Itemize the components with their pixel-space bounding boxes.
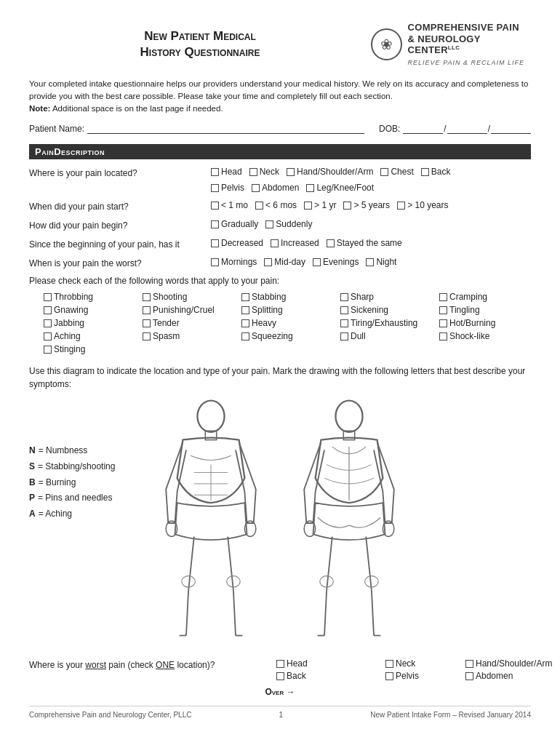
location-hand-shoulder-arm[interactable]: Hand/Shoulder/Arm	[287, 167, 373, 177]
cb-chest[interactable]	[380, 168, 388, 176]
location-head[interactable]: Head	[211, 167, 242, 177]
patient-info-row: Patient Name: DOB: / /	[29, 122, 531, 134]
word-gnawing[interactable]: Gnawing	[44, 305, 135, 315]
diagram-intro: Use this diagram to indicate the locatio…	[29, 364, 531, 391]
worst-back[interactable]: Back	[276, 671, 378, 681]
pain-location-label: Where is your pain located?	[29, 167, 204, 178]
footer-center: 1	[279, 711, 284, 719]
word-splitting[interactable]: Splitting	[241, 305, 333, 315]
time-mornings[interactable]: Mornings	[211, 257, 257, 267]
pain-location-row: Where is your pain located? Head Neck Ha…	[29, 167, 531, 193]
cb-pelvis[interactable]	[211, 184, 219, 192]
cb-back[interactable]	[421, 168, 429, 176]
word-stinging[interactable]: Stinging	[44, 344, 135, 354]
dob-day[interactable]	[447, 122, 487, 134]
pain-begin-row: How did your pain begin? Gradually Sudde…	[29, 219, 531, 231]
word-sickening[interactable]: Sickening	[340, 305, 432, 315]
time-night[interactable]: Night	[366, 257, 396, 267]
time-midday[interactable]: Mid-day	[264, 257, 305, 267]
time-evenings[interactable]: Evenings	[313, 257, 359, 267]
change-increased[interactable]: Increased	[271, 238, 319, 248]
patient-name-input[interactable]	[87, 122, 364, 134]
start-6mos[interactable]: < 6 mos	[255, 200, 297, 210]
word-hot-burning[interactable]: Hot/Burning	[439, 318, 531, 328]
footer: Comprehensive Pain and Neurology Center,…	[29, 706, 531, 719]
location-leg-knee-foot[interactable]: Leg/Knee/Foot	[306, 183, 374, 193]
pain-worst-time-options: Mornings Mid-day Evenings Night	[211, 257, 531, 267]
intro-paragraph: Your completed intake questionnaire help…	[29, 78, 531, 116]
footer-right: New Patient Intake Form – Revised Januar…	[370, 711, 531, 719]
word-tingling[interactable]: Tingling	[439, 305, 531, 315]
over-arrow: Over →	[29, 687, 531, 697]
start-1yr[interactable]: > 1 yr	[304, 200, 336, 210]
diagram-container: N = Numbness S = Stabbing/shooting B = B…	[29, 399, 531, 647]
start-10yr[interactable]: > 10 years	[397, 200, 448, 210]
pain-change-options: Decreased Increased Stayed the same	[211, 238, 531, 248]
worst-pain-row: Where is your worst pain (check ONE loca…	[29, 658, 531, 681]
word-punishing[interactable]: Punishing/Cruel	[143, 305, 234, 315]
word-tiring[interactable]: Tiring/Exhausting	[340, 318, 432, 328]
word-throbbing[interactable]: Throbbing	[44, 292, 135, 302]
pain-words-intro: Please check each of the following words…	[29, 276, 531, 286]
pain-change-row: Since the beginning of your pain, has it…	[29, 238, 531, 250]
begin-suddenly[interactable]: Suddenly	[265, 219, 312, 229]
logo-text: Comprehensive Pain & Neurology CenterLLC…	[408, 22, 531, 68]
dob-year[interactable]	[491, 122, 531, 134]
word-aching[interactable]: Aching	[44, 331, 135, 341]
word-squeezing[interactable]: Squeezing	[241, 331, 333, 341]
body-back-figure	[291, 399, 407, 647]
logo-icon: ❀	[371, 28, 402, 60]
header: New Patient Medical History Questionnair…	[29, 22, 531, 68]
word-stabbing[interactable]: Stabbing	[241, 292, 333, 302]
body-front-svg	[153, 399, 269, 647]
word-heavy[interactable]: Heavy	[241, 318, 333, 328]
dob-field: DOB: / /	[379, 122, 531, 134]
change-decreased[interactable]: Decreased	[211, 238, 263, 248]
word-cramping[interactable]: Cramping	[439, 292, 531, 302]
form-title: New Patient Medical History Questionnair…	[29, 28, 371, 60]
logo-block: ❀ Comprehensive Pain & Neurology CenterL…	[371, 22, 531, 68]
location-chest[interactable]: Chest	[380, 167, 413, 177]
change-stayed[interactable]: Stayed the same	[327, 238, 402, 248]
word-spasm[interactable]: Spasm	[143, 331, 234, 341]
cb-hand[interactable]	[287, 168, 295, 176]
cb-neck[interactable]	[249, 168, 257, 176]
pain-words-col3: Stabbing Splitting Heavy Squeezing	[241, 292, 333, 354]
word-shooting[interactable]: Shooting	[143, 292, 234, 302]
location-neck[interactable]: Neck	[249, 167, 279, 177]
worst-head[interactable]: Head	[276, 658, 378, 669]
worst-pain-question-label: Where is your worst pain (check ONE loca…	[29, 658, 262, 670]
worst-pelvis[interactable]: Pelvis	[385, 671, 458, 681]
body-back-svg	[291, 399, 407, 647]
pain-change-label: Since the beginning of your pain, has it	[29, 238, 204, 250]
pain-words-col1: Throbbing Gnawing Jabbing Aching Stingin…	[44, 292, 135, 354]
location-back[interactable]: Back	[421, 167, 451, 177]
section-pain-description-header: PainDescription	[29, 144, 531, 159]
location-abdomen[interactable]: Abdomen	[252, 183, 299, 193]
worst-hand-shoulder-arm[interactable]: Hand/Shoulder/Arm	[465, 658, 560, 669]
dob-parts: / /	[403, 122, 531, 134]
begin-gradually[interactable]: Gradually	[211, 219, 258, 229]
svg-point-0	[197, 401, 224, 432]
pain-words-col4: Sharp Sickening Tiring/Exhausting Dull	[340, 292, 432, 354]
word-dull[interactable]: Dull	[340, 331, 432, 341]
word-tender[interactable]: Tender	[143, 318, 234, 328]
worst-neck[interactable]: Neck	[385, 658, 458, 669]
cb-leg[interactable]	[306, 184, 314, 192]
location-pelvis[interactable]: Pelvis	[211, 183, 244, 193]
patient-name-field: Patient Name:	[29, 122, 364, 134]
cb-abdomen[interactable]	[252, 184, 260, 192]
word-sharp[interactable]: Sharp	[340, 292, 432, 302]
cb-head[interactable]	[211, 168, 219, 176]
pain-words-col5: Cramping Tingling Hot/Burning Shock-like	[439, 292, 531, 354]
pain-location-options: Head Neck Hand/Shoulder/Arm Chest Back P…	[211, 167, 531, 193]
start-1mo[interactable]: < 1 mo	[211, 200, 248, 210]
worst-abdomen[interactable]: Abdomen	[465, 671, 560, 681]
word-jabbing[interactable]: Jabbing	[44, 318, 135, 328]
svg-point-10	[335, 401, 362, 432]
word-shock-like[interactable]: Shock-like	[439, 331, 531, 341]
start-5yr[interactable]: > 5 years	[343, 200, 390, 210]
title-block: New Patient Medical History Questionnair…	[29, 28, 371, 60]
one-underline: ONE	[156, 660, 175, 670]
dob-month[interactable]	[403, 122, 443, 134]
